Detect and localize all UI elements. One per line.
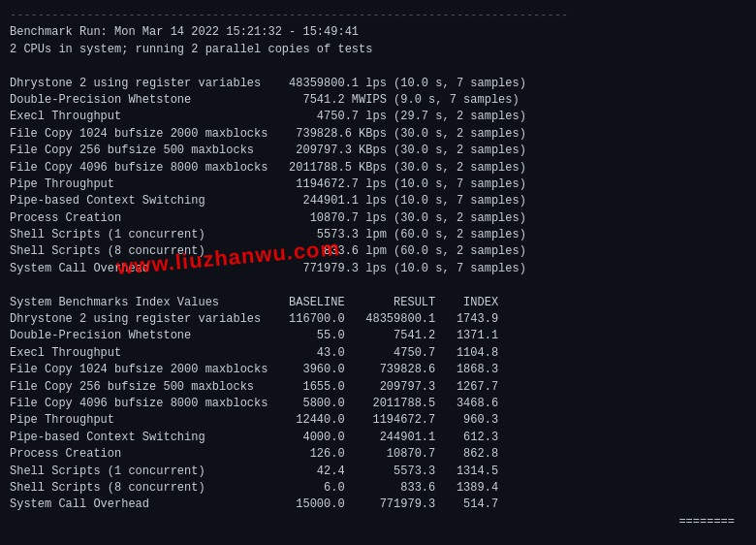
index-row-2: Execl Throughput 43.0 4750.7 1104.8	[10, 345, 746, 362]
bench-row-10: Shell Scripts (8 concurrent) 833.6 lpm (…	[10, 243, 746, 260]
terminal: ----------------------------------------…	[10, 8, 746, 537]
index-row-3: File Copy 1024 bufsize 2000 maxblocks 39…	[10, 362, 746, 378]
index-row-1: Double-Precision Whetstone 55.0 7541.2 1…	[10, 328, 746, 344]
index-row-9: Shell Scripts (1 concurrent) 42.4 5573.3…	[10, 464, 746, 480]
index-row-6: Pipe Throughput 12440.0 1194672.7 960.3	[10, 412, 746, 429]
header-run-info: Benchmark Run: Mon Mar 14 2022 15:21:32 …	[10, 24, 746, 41]
index-table-header: System Benchmarks Index Values BASELINE …	[10, 295, 746, 311]
bench-row-8: Process Creation 10870.7 lps (30.0 s, 2 …	[10, 210, 746, 227]
index-table: System Benchmarks Index Values BASELINE …	[10, 295, 746, 514]
bench-row-6: Pipe Throughput 1194672.7 lps (10.0 s, 7…	[10, 176, 746, 193]
separator-line: ----------------------------------------…	[10, 8, 746, 24]
header-cpu-info: 2 CPUs in system; running 2 parallel cop…	[10, 42, 746, 58]
bench-row-4: File Copy 256 bufsize 500 maxblocks 2097…	[10, 143, 746, 159]
bench-row-1: Double-Precision Whetstone 7541.2 MWIPS …	[10, 92, 746, 109]
index-row-0: Dhrystone 2 using register variables 116…	[10, 311, 746, 328]
blank2	[10, 277, 746, 294]
benchmark-rows: Dhrystone 2 using register variables 483…	[10, 76, 746, 278]
index-row-10: Shell Scripts (8 concurrent) 6.0 833.6 1…	[10, 480, 746, 497]
index-row-4: File Copy 256 bufsize 500 maxblocks 1655…	[10, 379, 746, 396]
bench-row-3: File Copy 1024 bufsize 2000 maxblocks 73…	[10, 126, 746, 143]
index-row-5: File Copy 4096 bufsize 8000 maxblocks 58…	[10, 396, 746, 412]
blank1	[10, 58, 746, 75]
equals-line-container: ========	[10, 514, 746, 530]
bench-row-9: Shell Scripts (1 concurrent) 5573.3 lpm …	[10, 227, 746, 243]
blank3	[10, 530, 746, 537]
index-row-7: Pipe-based Context Switching 4000.0 2449…	[10, 430, 746, 446]
index-row-8: Process Creation 126.0 10870.7 862.8	[10, 446, 746, 463]
bench-row-0: Dhrystone 2 using register variables 483…	[10, 76, 746, 92]
bench-row-2: Execl Throughput 4750.7 lps (29.7 s, 2 s…	[10, 109, 746, 125]
index-row-11: System Call Overhead 15000.0 771979.3 51…	[10, 497, 746, 513]
bench-row-7: Pipe-based Context Switching 244901.1 lp…	[10, 193, 746, 209]
equals-divider: ========	[678, 514, 737, 530]
bench-row-11: System Call Overhead 771979.3 lps (10.0 …	[10, 261, 746, 277]
bench-row-5: File Copy 4096 bufsize 8000 maxblocks 20…	[10, 160, 746, 176]
